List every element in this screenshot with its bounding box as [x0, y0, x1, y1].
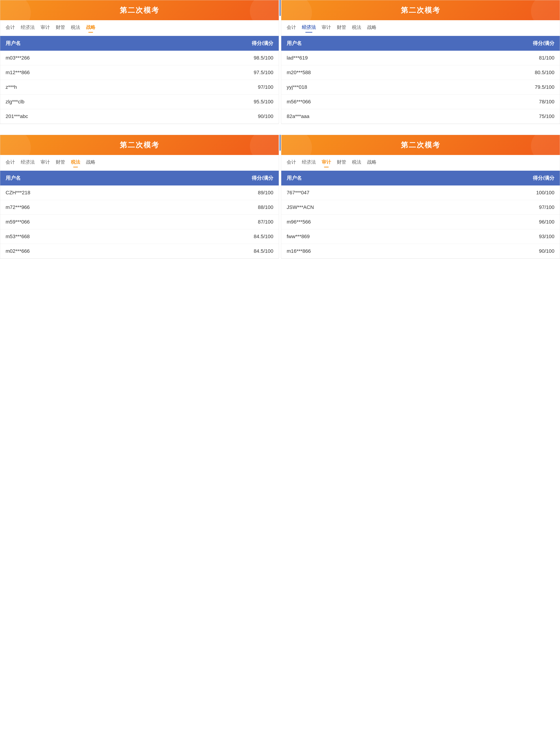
cell-username: m59***066: [6, 219, 258, 225]
table-row: 201***abc90/100: [0, 109, 279, 124]
tab-战略[interactable]: 战略: [86, 24, 96, 32]
tabs-bar: 会计经济法审计财管税法战略: [281, 20, 560, 32]
banner-title: 第二次模考: [0, 5, 279, 15]
panel-divider: [279, 135, 281, 259]
tab-underline: [324, 167, 329, 167]
panel-panel3: 第二次模考会计经济法审计财管税法战略用户名得分/满分CZH***21889/10…: [0, 135, 279, 259]
table-row: m59***06687/100: [0, 215, 279, 229]
tab-underline: [88, 32, 93, 33]
tab-会计[interactable]: 会计: [6, 24, 15, 32]
cell-username: m53***668: [6, 234, 254, 240]
cell-username: JSW***ACN: [287, 204, 539, 210]
cell-score: 75/100: [539, 114, 554, 119]
cell-score: 97/100: [258, 84, 273, 90]
tab-税法[interactable]: 税法: [71, 24, 80, 32]
table-row: z***h97/100: [0, 80, 279, 95]
th-score: 得分/满分: [252, 175, 273, 181]
tab-财管[interactable]: 财管: [337, 159, 346, 167]
tab-会计[interactable]: 会计: [287, 159, 296, 167]
tab-税法[interactable]: 税法: [352, 24, 361, 32]
panel-panel2: 第二次模考会计经济法审计财管税法战略用户名得分/满分lad***61981/10…: [281, 0, 560, 124]
table-row: m96***56696/100: [281, 215, 560, 229]
cell-username: yyj***018: [287, 84, 535, 90]
section-2: 第二次模考会计经济法审计财管税法战略用户名得分/满分CZH***21889/10…: [0, 135, 560, 259]
th-score: 得分/满分: [533, 175, 554, 181]
cell-score: 95.5/100: [254, 99, 273, 105]
tab-战略[interactable]: 战略: [86, 159, 96, 167]
tab-经济法[interactable]: 经济法: [302, 24, 316, 32]
cell-username: z***h: [6, 84, 258, 90]
tab-财管[interactable]: 财管: [56, 159, 65, 167]
th-username: 用户名: [287, 175, 533, 181]
tab-经济法[interactable]: 经济法: [302, 159, 316, 167]
divider-bar: [279, 135, 281, 151]
table-row: m20***58880.5/100: [281, 65, 560, 80]
cell-score: 97.5/100: [254, 69, 273, 76]
tab-战略[interactable]: 战略: [367, 159, 376, 167]
table-row: JSW***ACN97/100: [281, 200, 560, 215]
cell-username: 767***047: [287, 190, 536, 195]
cell-score: 89/100: [258, 190, 273, 195]
table-row: m02***66684.5/100: [0, 244, 279, 259]
cell-username: lad***619: [287, 55, 539, 61]
tab-战略[interactable]: 战略: [367, 24, 376, 32]
banner-title: 第二次模考: [281, 140, 560, 150]
tab-会计[interactable]: 会计: [287, 24, 296, 32]
cell-username: m02***666: [6, 248, 254, 254]
page-wrapper: 第二次模考会计经济法审计财管税法战略用户名得分/满分m03***26698.5/…: [0, 0, 560, 259]
cell-username: m72***966: [6, 204, 258, 210]
cell-score: 81/100: [539, 55, 554, 61]
tab-审计[interactable]: 审计: [322, 159, 331, 167]
tab-审计[interactable]: 审计: [40, 24, 50, 32]
cell-username: 82a***aaa: [287, 114, 539, 119]
tab-underline: [306, 32, 313, 33]
table-row: fww***86993/100: [281, 229, 560, 244]
panel-divider: [279, 0, 281, 124]
cell-score: 93/100: [539, 234, 554, 240]
cell-score: 87/100: [258, 219, 273, 225]
table-row: m16***86690/100: [281, 244, 560, 259]
section-1: 第二次模考会计经济法审计财管税法战略用户名得分/满分m03***26698.5/…: [0, 0, 560, 124]
table-row: 767***047100/100: [281, 185, 560, 200]
tab-税法[interactable]: 税法: [71, 159, 80, 167]
cell-score: 79.5/100: [535, 84, 554, 90]
cell-username: fww***869: [287, 234, 539, 240]
cell-username: m96***566: [287, 219, 539, 225]
th-username: 用户名: [287, 40, 533, 47]
table-row: 82a***aaa75/100: [281, 109, 560, 124]
tab-财管[interactable]: 财管: [337, 24, 346, 32]
tab-会计[interactable]: 会计: [6, 159, 15, 167]
tab-审计[interactable]: 审计: [322, 24, 331, 32]
tabs-bar: 会计经济法审计财管税法战略: [0, 155, 279, 167]
table-row: m03***26698.5/100: [0, 51, 279, 65]
banner: 第二次模考: [281, 0, 560, 20]
table-row: m53***66884.5/100: [0, 229, 279, 244]
table-header: 用户名得分/满分: [0, 171, 279, 185]
tab-审计[interactable]: 审计: [40, 159, 50, 167]
tabs-bar: 会计经济法审计财管税法战略: [281, 155, 560, 167]
table-row: m12***86697.5/100: [0, 65, 279, 80]
tab-经济法[interactable]: 经济法: [21, 24, 35, 32]
table-row: m72***96688/100: [0, 200, 279, 215]
tab-经济法[interactable]: 经济法: [21, 159, 35, 167]
banner: 第二次模考: [281, 135, 560, 155]
table-row: lad***61981/100: [281, 51, 560, 65]
cell-username: zlg***clb: [6, 99, 254, 105]
banner-title: 第二次模考: [0, 140, 279, 150]
table-header: 用户名得分/满分: [281, 36, 560, 51]
th-username: 用户名: [6, 40, 252, 47]
tab-税法[interactable]: 税法: [352, 159, 361, 167]
table-header: 用户名得分/满分: [281, 171, 560, 185]
th-score: 得分/满分: [533, 40, 554, 47]
divider-bar: [279, 0, 281, 16]
panel-panel4: 第二次模考会计经济法审计财管税法战略用户名得分/满分767***047100/1…: [281, 135, 560, 259]
cell-score: 97/100: [539, 204, 554, 210]
cell-username: m56***066: [287, 99, 539, 105]
cell-score: 84.5/100: [254, 248, 273, 254]
panel-panel1: 第二次模考会计经济法审计财管税法战略用户名得分/满分m03***26698.5/…: [0, 0, 279, 124]
tab-财管[interactable]: 财管: [56, 24, 65, 32]
cell-score: 90/100: [539, 248, 554, 254]
cell-username: m12***866: [6, 69, 254, 76]
cell-username: m20***588: [287, 69, 535, 76]
cell-score: 84.5/100: [254, 234, 273, 240]
